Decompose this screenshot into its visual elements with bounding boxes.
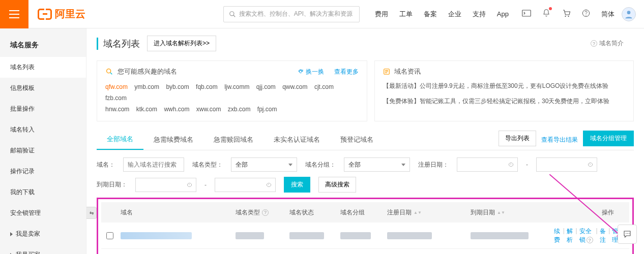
suggested-domain[interactable]: hnw.com <box>105 106 129 113</box>
search-icon <box>229 11 236 18</box>
advanced-search-button[interactable]: 高级搜索 <box>318 177 356 193</box>
th-status: 域名状态 <box>289 208 340 217</box>
sidebar-item-security-lock[interactable]: 安全锁管理 <box>0 203 86 224</box>
action-renew[interactable]: 续费 <box>554 227 561 244</box>
user-avatar[interactable] <box>622 7 636 21</box>
brand-logo[interactable]: 阿里云 <box>38 7 85 21</box>
filter-bar: 域名： 域名类型： 全部 域名分组： 全部 注册日期： - <box>86 150 644 172</box>
action-resolve[interactable]: 解析 <box>567 227 574 244</box>
help-icon[interactable] <box>582 9 590 19</box>
tab-preregister[interactable]: 预登记域名 <box>330 130 384 149</box>
top-link-icp[interactable]: 备案 <box>424 10 437 19</box>
group-management-button[interactable]: 域名分组管理 <box>583 131 634 146</box>
info-panels: 您可能感兴趣的域名 换一换 查看更多 qfw.com ymb.com byb.c… <box>86 55 644 126</box>
domain-tabs: 全部域名 急需续费域名 急需赎回域名 未实名认证域名 预登记域名 导出列表 查看… <box>97 130 634 150</box>
sidebar-item-batch[interactable]: 批量操作 <box>0 99 86 119</box>
magnifier-icon <box>105 68 113 76</box>
news-title: 域名资讯 <box>394 67 421 76</box>
logo-mark-icon <box>38 9 52 20</box>
sort-icon: ▲▼ <box>414 211 422 214</box>
sidebar-item-buyer[interactable]: 我是买家 <box>0 244 86 254</box>
svg-point-2 <box>565 16 566 17</box>
top-nav-links: 费用 工单 备案 企业 支持 App <box>375 10 509 19</box>
exp-date-to-input[interactable] <box>215 178 276 192</box>
suggested-domain[interactable]: qfw.com <box>105 83 128 90</box>
domain-name-input[interactable] <box>123 157 184 172</box>
suggested-domain[interactable]: fqb.com <box>196 83 218 90</box>
tab-renew-urgent[interactable]: 急需续费域名 <box>143 130 203 149</box>
sidebar-item-domain-list[interactable]: 域名列表 <box>0 57 86 78</box>
th-ops: 操作 <box>554 208 624 217</box>
top-link-ticket[interactable]: 工单 <box>399 10 413 19</box>
suggested-domain[interactable]: cjt.com <box>314 83 334 90</box>
suggested-domain[interactable]: xww.com <box>196 106 221 113</box>
view-export-result-link[interactable]: 查看导出结果 <box>541 136 578 144</box>
redacted-cell <box>340 232 371 239</box>
goto-dns-list-button[interactable]: 进入域名解析列表>> <box>147 36 216 51</box>
suggested-domain[interactable]: byb.com <box>166 83 189 90</box>
refresh-suggest-button[interactable]: 换一换 <box>298 68 324 76</box>
tab-redeem-urgent[interactable]: 急需赎回域名 <box>203 130 264 149</box>
exp-date-from-input[interactable] <box>135 178 196 192</box>
cart-icon[interactable] <box>562 9 571 19</box>
svg-point-6 <box>627 11 631 14</box>
reg-date-to-input[interactable] <box>536 157 597 172</box>
sidebar-item-info-template[interactable]: 信息模板 <box>0 78 86 99</box>
suggested-domain[interactable]: ymb.com <box>134 83 159 90</box>
menu-toggle-button[interactable] <box>0 0 28 28</box>
news-item[interactable]: 【免费体验】智能记账工具，仅需三步轻松搞定记账报税，30天免费使用，立即体验 <box>383 96 625 107</box>
suggested-domain[interactable]: ktk.com <box>136 106 157 113</box>
svg-point-12 <box>629 233 630 234</box>
question-icon: ? <box>587 237 593 243</box>
tab-all-domains[interactable]: 全部域名 <box>97 130 143 150</box>
brand-name: 阿里云 <box>55 7 85 21</box>
redacted-cell <box>289 232 324 239</box>
tab-unverified[interactable]: 未实名认证域名 <box>264 130 330 149</box>
svg-point-11 <box>627 233 628 234</box>
redacted-cell <box>387 232 432 239</box>
sidebar-item-op-log[interactable]: 操作记录 <box>0 161 86 182</box>
top-link-app[interactable]: App <box>497 10 509 18</box>
suggested-domain[interactable]: wwh.com <box>164 106 189 113</box>
suggested-domain[interactable]: fzb.com <box>105 94 127 102</box>
feedback-chat-button[interactable] <box>618 225 637 244</box>
question-icon[interactable]: ? <box>262 209 269 216</box>
view-more-suggest-link[interactable]: 查看更多 <box>334 68 359 76</box>
suggested-domain[interactable]: fpj.com <box>257 106 277 113</box>
suggested-domain[interactable]: qww.com <box>282 83 307 90</box>
svg-point-3 <box>568 16 569 17</box>
domain-intro-link[interactable]: ? 域名简介 <box>591 39 624 48</box>
top-link-enterprise[interactable]: 企业 <box>448 10 461 19</box>
page-title: 域名列表 <box>97 38 140 50</box>
redacted-cell <box>471 232 529 239</box>
global-search[interactable]: 搜索文档、控制台、API、解决方案和资源 <box>223 6 360 22</box>
lang-switch[interactable]: 简体 <box>601 10 614 19</box>
sidebar-item-seller[interactable]: 我是卖家 <box>0 224 86 244</box>
th-exp-date[interactable]: 到期日期▲▼ <box>471 208 554 217</box>
redacted-domain <box>121 232 192 239</box>
domain-group-select[interactable]: 全部 <box>344 157 410 172</box>
hamburger-icon <box>9 10 19 18</box>
export-list-button[interactable]: 导出列表 <box>499 131 536 146</box>
date-range-dash: - <box>204 181 207 188</box>
action-security-lock[interactable]: 安全锁? <box>579 227 594 244</box>
suggested-domain[interactable]: qjj.com <box>256 83 276 90</box>
action-remark[interactable]: 备注 <box>600 227 607 244</box>
row-checkbox[interactable] <box>106 232 113 239</box>
suggested-domain[interactable]: zxb.com <box>228 106 251 113</box>
terminal-icon[interactable] <box>522 10 531 18</box>
sidebar-item-my-download[interactable]: 我的下载 <box>0 182 86 203</box>
top-link-support[interactable]: 支持 <box>473 10 486 19</box>
news-item[interactable]: 【最新活动】公司注册9.9元起，商标注册低至300元，更有LOGO设计免费在线体… <box>383 80 625 91</box>
suggested-domain[interactable]: ljw.comm <box>224 83 249 90</box>
th-reg-date[interactable]: 注册日期▲▼ <box>387 208 471 217</box>
table-row: 续费| 解析| 安全锁?| 备注| 管理 <box>101 223 629 249</box>
sidebar-item-email-verify[interactable]: 邮箱验证 <box>0 140 86 161</box>
domain-type-select[interactable]: 全部 <box>231 157 297 172</box>
caret-right-icon <box>10 232 13 236</box>
reg-date-from-input[interactable] <box>457 157 518 172</box>
top-link-billing[interactable]: 费用 <box>375 10 388 19</box>
notification-bell-icon[interactable] <box>542 9 550 19</box>
sidebar-item-transfer-in[interactable]: 域名转入 <box>0 119 86 140</box>
search-button[interactable]: 搜索 <box>284 177 310 193</box>
